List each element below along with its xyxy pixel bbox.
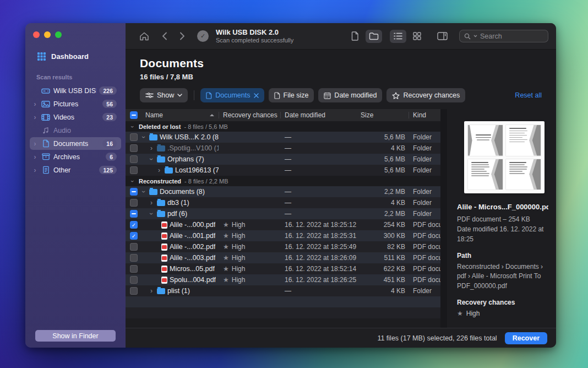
recover-button[interactable]: Recover bbox=[505, 332, 547, 344]
file-view-icon[interactable] bbox=[347, 30, 363, 43]
file-table: Name Recovery chances Date modified Size… bbox=[126, 109, 447, 328]
row-checkbox[interactable] bbox=[130, 188, 138, 196]
chevron-right-icon[interactable] bbox=[32, 113, 38, 121]
row-checkbox[interactable] bbox=[130, 144, 138, 152]
row-checkbox[interactable] bbox=[130, 155, 138, 163]
column-header-name[interactable]: Name bbox=[139, 111, 219, 119]
column-header-size[interactable]: Size bbox=[361, 109, 409, 121]
filter-chip-documents[interactable]: Documents bbox=[200, 88, 264, 102]
chevron-right-icon[interactable] bbox=[32, 100, 38, 108]
row-checkbox[interactable] bbox=[130, 166, 138, 174]
home-icon[interactable] bbox=[139, 31, 150, 41]
close-window-icon[interactable] bbox=[33, 31, 40, 38]
reset-all-link[interactable]: Reset all bbox=[515, 91, 542, 99]
table-row[interactable]: pdf (6) — 2,2 MB Folder bbox=[126, 208, 447, 219]
table-row[interactable]: db3 (1) — 4 KB Folder bbox=[126, 197, 447, 208]
count-badge: 16 bbox=[102, 139, 117, 148]
table-row[interactable]: Alile -...001.pdf High 16. 12. 2022 at 1… bbox=[126, 230, 447, 241]
table-row[interactable]: Alile -...002.pdf High 16. 12. 2022 at 1… bbox=[126, 241, 447, 252]
close-icon[interactable] bbox=[254, 93, 259, 98]
pictures-icon bbox=[41, 100, 51, 109]
group-header-reconstructed[interactable]: Reconstructed - 8 files / 2,2 MB bbox=[126, 176, 447, 186]
expand-chevron-icon[interactable] bbox=[148, 199, 155, 206]
table-row[interactable]: plist (1) — 4 KB Folder bbox=[126, 285, 447, 296]
column-header-recovery[interactable]: Recovery chances bbox=[219, 109, 280, 121]
chevron-right-icon[interactable] bbox=[32, 166, 38, 174]
row-checkbox[interactable] bbox=[130, 221, 138, 229]
search-field[interactable] bbox=[459, 30, 548, 42]
show-in-finder-button[interactable]: Show in Finder bbox=[35, 330, 116, 342]
table-row[interactable]: Lost196613 (7) — 5,6 MB Folder bbox=[126, 165, 447, 176]
search-scope-chevron-icon[interactable] bbox=[473, 35, 477, 37]
chevron-right-icon[interactable] bbox=[32, 153, 38, 161]
sidebar-item-pictures[interactable]: Pictures 56 bbox=[30, 98, 121, 110]
table-row[interactable]: Wilk USB...K 2.0 (8) — 5,6 MB Folder bbox=[126, 132, 447, 143]
table-row[interactable]: Micros...05.pdf High 16. 12. 2022 at 18:… bbox=[126, 263, 447, 274]
main-area: Wilk USB DISK 2.0 Scan completed success… bbox=[126, 23, 556, 348]
grid-view-icon[interactable] bbox=[409, 30, 425, 43]
group-chevron-icon[interactable] bbox=[130, 178, 135, 185]
star-icon bbox=[223, 255, 229, 261]
table-row[interactable]: Alile -...000.pdf High 16. 12. 2022 at 1… bbox=[126, 219, 447, 230]
table-row[interactable]: Documents (8) — 2,2 MB Folder bbox=[126, 186, 447, 197]
row-checkbox[interactable] bbox=[130, 287, 138, 295]
group-chevron-icon[interactable] bbox=[130, 123, 135, 130]
row-checkbox[interactable] bbox=[130, 133, 138, 141]
table-row[interactable]: Orphans (7) — 5,6 MB Folder bbox=[126, 154, 447, 165]
row-checkbox[interactable] bbox=[130, 199, 138, 207]
chevron-right-icon[interactable] bbox=[32, 140, 38, 148]
zoom-window-icon[interactable] bbox=[55, 31, 62, 38]
minimize-window-icon[interactable] bbox=[44, 31, 51, 38]
folder-icon bbox=[157, 145, 165, 151]
page-subtitle: 16 files / 7,8 MB bbox=[140, 73, 556, 81]
sidebar-item-label: Videos bbox=[53, 113, 100, 121]
row-checkbox[interactable] bbox=[130, 210, 138, 218]
expand-chevron-icon[interactable] bbox=[156, 167, 162, 174]
select-all-checkbox[interactable] bbox=[130, 111, 138, 119]
sidebar-item-audio[interactable]: Audio bbox=[30, 124, 121, 137]
back-icon[interactable] bbox=[162, 32, 167, 40]
row-checkbox[interactable] bbox=[130, 254, 138, 262]
sidebar-item-archives[interactable]: Archives 6 bbox=[30, 150, 121, 163]
scan-results-section-label: Scan results bbox=[25, 63, 126, 84]
expand-chevron-icon[interactable] bbox=[148, 288, 155, 294]
sidebar-item-other[interactable]: Other 125 bbox=[30, 164, 121, 176]
table-row[interactable]: Alile -...003.pdf High 16. 12. 2022 at 1… bbox=[126, 252, 447, 263]
group-header-deleted-or-lost[interactable]: Deleted or lost - 8 files / 5,6 MB bbox=[126, 121, 447, 132]
filter-chip-recovery-chances[interactable]: Recovery chances bbox=[386, 88, 465, 102]
sidebar-item-disk[interactable]: Wilk USB DISK 2.0 226 bbox=[30, 84, 121, 97]
column-header-date[interactable]: Date modified bbox=[280, 109, 361, 121]
row-checkbox[interactable] bbox=[130, 243, 138, 251]
expand-chevron-icon[interactable] bbox=[140, 188, 147, 195]
list-view-icon[interactable] bbox=[390, 30, 406, 43]
sidebar-item-dashboard[interactable]: Dashboard bbox=[30, 50, 121, 63]
table-row[interactable]: .Spotlig...V100 (1) — 4 KB Folder bbox=[126, 143, 447, 154]
table-row[interactable]: Spolu...004.pdf High 16. 12. 2022 at 18:… bbox=[126, 274, 447, 285]
selection-summary: 11 files (17 MB) selected, 226 files tot… bbox=[377, 334, 497, 342]
file-icon bbox=[274, 92, 280, 99]
dashboard-icon bbox=[36, 52, 46, 61]
expand-chevron-icon[interactable] bbox=[140, 134, 147, 140]
search-input[interactable] bbox=[480, 33, 543, 40]
vertical-scrollbar[interactable] bbox=[440, 109, 447, 328]
expand-chevron-icon[interactable] bbox=[148, 156, 155, 163]
expand-chevron-icon[interactable] bbox=[148, 210, 155, 217]
filter-chip-date-modified[interactable]: Date modified bbox=[318, 88, 382, 102]
table-header: Name Recovery chances Date modified Size… bbox=[126, 109, 447, 121]
preview-meta: PDF document – 254 KB Date modified 16. … bbox=[457, 214, 548, 244]
chevron-down-icon bbox=[177, 94, 182, 97]
show-filter-button[interactable]: Show bbox=[140, 88, 188, 102]
sidebar-item-documents[interactable]: Documents 16 bbox=[30, 137, 121, 150]
forward-icon[interactable] bbox=[179, 32, 185, 40]
column-header-kind[interactable]: Kind bbox=[409, 109, 440, 121]
expand-chevron-icon[interactable] bbox=[148, 145, 155, 151]
row-checkbox[interactable] bbox=[130, 265, 138, 273]
archives-icon bbox=[41, 153, 51, 161]
other-icon bbox=[41, 166, 51, 174]
row-checkbox[interactable] bbox=[130, 276, 138, 284]
preview-panel-toggle-icon[interactable] bbox=[434, 30, 450, 43]
filter-chip-file-size[interactable]: File size bbox=[269, 88, 314, 102]
folder-view-icon[interactable] bbox=[366, 30, 382, 43]
sidebar-item-videos[interactable]: Videos 23 bbox=[30, 111, 121, 123]
row-checkbox[interactable] bbox=[130, 232, 138, 240]
